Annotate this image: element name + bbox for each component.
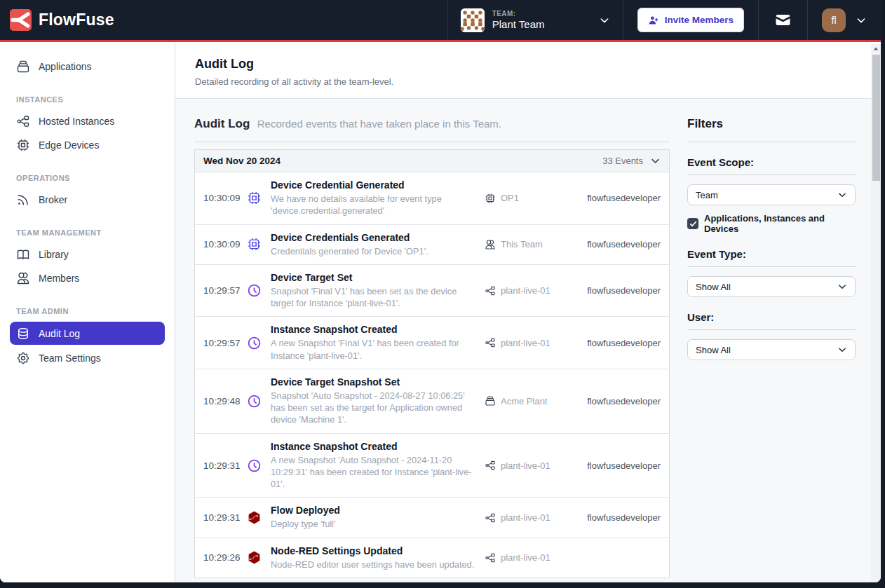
instance-icon	[485, 337, 496, 348]
event-time: 10:29:26	[203, 552, 247, 563]
applications-icon	[485, 395, 496, 406]
user-filter-label: User:	[687, 311, 856, 330]
event-target: plant-live-01	[485, 337, 583, 348]
event-time: 10:29:31	[203, 512, 247, 523]
brand[interactable]: FlowFuse	[0, 0, 114, 40]
event-target-name: plant-live-01	[501, 460, 550, 471]
scope-include-checkbox-row[interactable]: Applications, Instances and Devices	[687, 213, 856, 234]
event-target-name: plant-live-01	[501, 338, 550, 348]
nodered-icon	[247, 550, 262, 565]
event-time: 10:30:09	[203, 193, 247, 203]
audit-log-heading-title: Audit Log	[194, 117, 250, 130]
nodered-icon	[247, 510, 262, 525]
applications-icon	[16, 60, 30, 74]
chevron-down-icon	[650, 156, 661, 166]
chevron-down-icon	[837, 190, 847, 200]
sidebar-item-label: Audit Log	[39, 328, 80, 339]
invite-members-label: Invite Members	[665, 15, 734, 25]
page-title: Audit Log	[195, 57, 851, 71]
event-target: plant-live-01	[485, 512, 583, 524]
audit-log-heading: Audit Log Recorded events that have take…	[194, 117, 670, 131]
instance-icon	[485, 285, 496, 296]
audit-event-row: 10:29:26Node-RED Settings UpdatedNode-RE…	[195, 538, 669, 577]
event-title: Device Target Snapshot Set	[271, 376, 475, 388]
team-selector[interactable]: TEAM: Plant Team	[447, 0, 623, 40]
user-avatar: fl	[822, 8, 846, 32]
event-text: Device Target Snapshot SetSnapshot 'Auto…	[271, 376, 485, 426]
sidebar-nav: ApplicationsINSTANCESHosted InstancesEdg…	[0, 42, 175, 582]
sidebar-section-label-team-management: TEAM MANAGEMENT	[0, 228, 175, 237]
instance-icon	[485, 512, 496, 524]
sidebar-item-hosted-instances[interactable]: Hosted Instances	[10, 110, 165, 132]
event-text: Instance Snapshot CreatedA new Snapshot …	[271, 441, 485, 491]
clock-icon	[247, 283, 262, 298]
event-description: We have no details available for event t…	[271, 193, 475, 217]
event-user: flowfusedeveloper	[583, 512, 661, 523]
event-text: Flow DeployedDeploy type 'full'	[271, 505, 485, 530]
notifications-button[interactable]	[758, 0, 807, 40]
sidebar-item-broker[interactable]: Broker	[10, 189, 165, 210]
sidebar-item-label: Applications	[39, 61, 92, 72]
checkbox-checked-icon[interactable]	[687, 218, 698, 229]
event-target-name: plant-live-01	[501, 512, 550, 523]
sidebar-item-label: Members	[39, 273, 79, 284]
event-text: Device Credential GeneratedWe have no de…	[271, 179, 485, 217]
event-text: Instance Snapshot CreatedA new Snapshot …	[271, 324, 485, 362]
scroll-up-icon[interactable]	[871, 44, 881, 54]
audit-log-heading-hint: Recorded events that have taken place in…	[257, 118, 501, 130]
divider	[687, 142, 856, 142]
event-target: Acme Plant	[485, 395, 583, 406]
date-group-label: Wed Nov 20 2024	[203, 156, 281, 166]
sidebar-item-team-settings[interactable]: Team Settings	[10, 347, 165, 369]
brand-name: FlowFuse	[39, 11, 114, 29]
sidebar-item-applications[interactable]: Applications	[10, 55, 165, 77]
audit-log-icon	[16, 327, 30, 341]
scrollbar-thumb[interactable]	[872, 55, 880, 181]
event-title: Device Credentials Generated	[271, 232, 475, 243]
event-target: plant-live-01	[485, 460, 583, 471]
team-selector-text: TEAM: Plant Team	[492, 10, 591, 30]
event-time: 10:29:31	[203, 460, 247, 471]
event-description: A new Snapshot 'Auto Snapshot - 2024-11-…	[271, 454, 475, 491]
event-type-select[interactable]: Show All	[687, 276, 856, 297]
date-group-header[interactable]: Wed Nov 20 2024 33 Events	[194, 149, 670, 172]
chevron-down-icon	[599, 15, 610, 26]
event-user: flowfusedeveloper	[583, 396, 661, 406]
vertical-scrollbar[interactable]	[871, 44, 881, 582]
user-filter-select[interactable]: Show All	[687, 339, 856, 360]
chip-icon	[247, 191, 262, 205]
team-icon	[485, 239, 496, 250]
event-text: Device Target SetSnapshot 'Final V1' has…	[271, 272, 485, 310]
event-description: Snapshot 'Auto Snapshot - 2024-08-27 10:…	[271, 390, 475, 426]
sidebar-section-label-team-admin: TEAM ADMIN	[0, 307, 175, 315]
event-scope-select[interactable]: Team	[687, 184, 856, 205]
divider	[194, 142, 670, 142]
members-icon	[16, 271, 30, 285]
event-description: Node-RED editor user settings have been …	[271, 559, 475, 570]
sidebar-item-edge-devices[interactable]: Edge Devices	[10, 134, 165, 156]
audit-event-row: 10:29:57Instance Snapshot CreatedA new S…	[195, 317, 669, 369]
chip-icon	[485, 193, 496, 204]
audit-log-panel: Audit Log Recorded events that have take…	[194, 117, 670, 582]
audit-event-row: 10:30:09Device Credentials GeneratedCred…	[195, 225, 669, 265]
event-target: plant-live-01	[485, 552, 583, 563]
sidebar-item-library[interactable]: Library	[10, 243, 165, 265]
sidebar-item-label: Broker	[39, 194, 67, 205]
event-time: 10:29:57	[203, 338, 247, 348]
event-count: 33 Events	[602, 156, 643, 166]
clock-icon	[247, 394, 262, 409]
clock-icon	[247, 458, 262, 473]
audit-event-row: 10:29:48Device Target Snapshot SetSnapsh…	[195, 369, 669, 434]
user-menu[interactable]: fl	[807, 0, 881, 40]
event-time: 10:30:09	[203, 239, 247, 249]
event-user: flowfusedeveloper	[583, 460, 661, 471]
sidebar-item-audit-log[interactable]: Audit Log	[10, 322, 165, 345]
event-description: Credentials generated for Device 'OP1'.	[271, 245, 475, 257]
event-user: flowfusedeveloper	[583, 285, 661, 296]
scope-include-checkbox-label: Applications, Instances and Devices	[704, 213, 856, 234]
event-time: 10:29:57	[203, 285, 247, 296]
invite-members-button[interactable]: Invite Members	[637, 8, 744, 32]
sidebar-item-members[interactable]: Members	[10, 267, 165, 289]
event-title: Flow Deployed	[271, 505, 475, 516]
event-target-name: plant-live-01	[501, 552, 550, 563]
